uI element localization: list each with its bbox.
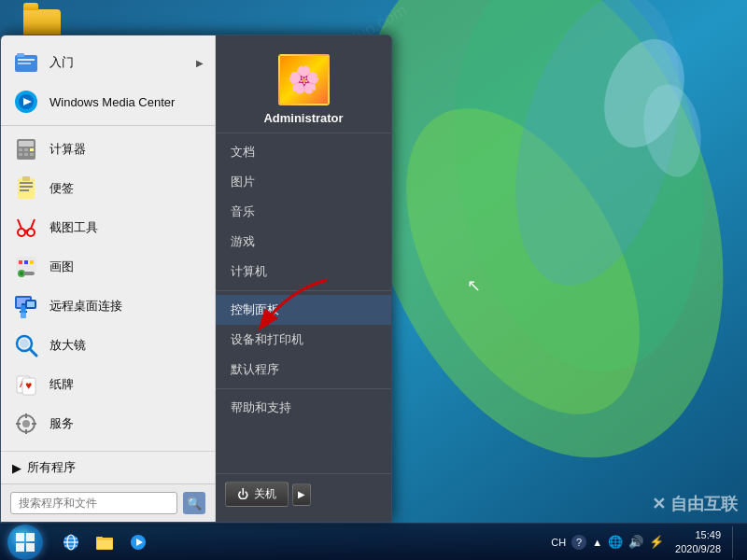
systray-arrow-up[interactable]: ▲ — [592, 537, 602, 548]
start-menu-right-devices[interactable]: 设备和打印机 — [216, 325, 391, 355]
taskbar-items — [50, 524, 551, 560]
svg-rect-19 — [19, 153, 22, 156]
start-menu-item-paint[interactable]: 画图 — [1, 247, 215, 287]
svg-line-30 — [18, 219, 21, 229]
svg-rect-71 — [97, 540, 112, 549]
desktop: 系统部落 www.xitongbuluo.com 系统部落 www.xitong… — [0, 0, 747, 560]
all-programs-label: 所有程序 — [27, 459, 76, 476]
systray-ch: CH — [551, 537, 566, 548]
calculator-label: 计算器 — [49, 141, 204, 158]
systray-items: CH ? ▲ 🌐 🔊 ⚡ — [551, 535, 664, 550]
paint-label: 画图 — [49, 259, 204, 275]
start-menu-item-wmc[interactable]: Windows Media Center — [1, 82, 215, 121]
taskbar: CH ? ▲ 🌐 🔊 ⚡ 15:49 2020/9/28 — [0, 523, 747, 560]
systray-help[interactable]: ? — [571, 535, 586, 550]
clock-time: 15:49 — [675, 528, 721, 541]
start-orb[interactable] — [7, 525, 43, 560]
svg-point-28 — [27, 229, 35, 236]
svg-rect-60 — [16, 533, 24, 541]
svg-rect-9 — [18, 59, 35, 61]
start-menu-item-solitaire[interactable]: A ♥ 纸牌 — [1, 365, 215, 404]
start-menu-item-services[interactable]: 服务 — [1, 404, 215, 443]
start-menu-item-getting-started[interactable]: 入门 ▶ — [1, 43, 215, 82]
svg-rect-57 — [16, 423, 21, 425]
start-menu: 入门 ▶ Windows Media Center — [0, 35, 392, 523]
start-menu-right-pictures[interactable]: 图片 — [216, 167, 391, 197]
media-player-icon — [129, 533, 148, 552]
svg-rect-17 — [24, 148, 28, 151]
start-menu-item-rdp[interactable]: 远程桌面连接 — [1, 287, 215, 326]
svg-rect-35 — [23, 272, 35, 275]
start-menu-item-notepad[interactable]: 便签 — [1, 169, 215, 208]
svg-text:♥: ♥ — [25, 379, 32, 392]
start-menu-right-help[interactable]: 帮助和支持 — [216, 393, 391, 423]
paint-icon — [12, 253, 40, 281]
clock-date: 2020/9/28 — [675, 542, 721, 555]
svg-rect-16 — [19, 148, 22, 151]
taskbar-ie[interactable] — [54, 526, 88, 558]
svg-line-48 — [30, 349, 36, 356]
start-menu-item-magnifier[interactable]: 放大镜 — [1, 326, 215, 365]
notepad-label: 便签 — [49, 180, 204, 197]
start-button[interactable] — [0, 524, 50, 561]
search-bar: 🔍 — [1, 483, 215, 522]
svg-rect-70 — [96, 537, 103, 540]
svg-rect-55 — [25, 413, 27, 418]
svg-rect-26 — [22, 176, 30, 181]
shutdown-row: ⏻ 关机 ▶ — [216, 473, 391, 514]
rdp-icon — [12, 292, 40, 320]
svg-rect-38 — [30, 260, 34, 264]
svg-rect-10 — [18, 63, 31, 64]
start-menu-right-documents[interactable]: 文档 — [216, 137, 391, 167]
systray-volume-icon[interactable]: 🔊 — [628, 535, 643, 549]
svg-line-31 — [31, 219, 35, 229]
services-icon — [12, 410, 40, 438]
right-divider-2 — [216, 388, 391, 389]
user-section: 🌸 Administrator — [216, 43, 391, 133]
start-menu-right-games[interactable]: 游戏 — [216, 227, 391, 257]
wmc-icon — [12, 88, 40, 116]
svg-rect-37 — [24, 260, 28, 264]
svg-rect-36 — [19, 260, 22, 264]
start-menu-item-snipping[interactable]: 截图工具 — [1, 208, 215, 247]
start-menu-left-panel: 入门 ▶ Windows Media Center — [1, 35, 216, 522]
system-tray: CH ? ▲ 🌐 🔊 ⚡ 15:49 2020/9/28 — [551, 526, 747, 558]
solitaire-icon: A ♥ — [12, 371, 40, 399]
start-menu-right-default-programs[interactable]: 默认程序 — [216, 355, 391, 385]
systray-network-icon: 🌐 — [608, 535, 623, 549]
svg-rect-18 — [30, 148, 34, 151]
search-button[interactable]: 🔍 — [183, 492, 205, 514]
services-label: 服务 — [49, 415, 204, 432]
svg-rect-62 — [16, 543, 24, 552]
svg-rect-22 — [18, 178, 35, 199]
svg-rect-23 — [20, 182, 33, 184]
show-desktop-button[interactable] — [732, 526, 740, 558]
taskbar-media-player[interactable] — [121, 526, 155, 558]
svg-rect-8 — [17, 53, 24, 57]
svg-rect-15 — [19, 141, 34, 147]
svg-point-34 — [20, 272, 23, 275]
user-avatar[interactable]: 🌸 — [278, 54, 330, 105]
start-menu-item-calculator[interactable]: 计算器 — [1, 130, 215, 169]
magnifier-label: 放大镜 — [49, 337, 204, 354]
all-programs-item[interactable]: ▶ 所有程序 — [1, 451, 215, 483]
shutdown-button[interactable]: ⏻ 关机 — [225, 482, 289, 507]
windows-logo-icon — [15, 532, 35, 553]
snipping-icon — [12, 214, 40, 242]
calculator-icon — [12, 135, 40, 163]
solitaire-label: 纸牌 — [49, 376, 204, 393]
search-input[interactable] — [10, 492, 177, 514]
all-programs-arrow: ▶ — [12, 461, 21, 475]
sm-divider-1 — [1, 125, 215, 126]
svg-rect-20 — [24, 153, 28, 156]
clock-display[interactable]: 15:49 2020/9/28 — [668, 528, 728, 555]
start-menu-right-control-panel[interactable]: 控制面板 — [216, 295, 391, 325]
shutdown-icon: ⏻ — [237, 488, 248, 501]
taskbar-explorer[interactable] — [88, 526, 121, 558]
start-menu-right-computer[interactable]: 计算机 — [216, 257, 391, 287]
svg-point-54 — [22, 420, 30, 427]
start-menu-right-music[interactable]: 音乐 — [216, 197, 391, 227]
svg-point-27 — [18, 229, 25, 236]
shutdown-arrow-button[interactable]: ▶ — [292, 483, 311, 506]
x-logo-watermark: ✕ 自由互联 — [652, 493, 738, 515]
